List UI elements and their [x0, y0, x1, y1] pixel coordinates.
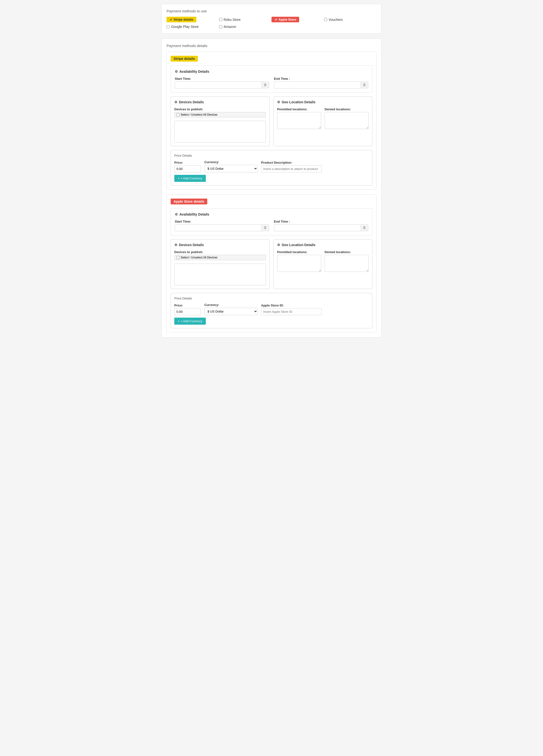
stripe-price-group: Price:: [174, 161, 201, 172]
stripe-devices-label: Devices to publish:: [174, 107, 266, 111]
google-checkbox[interactable]: [167, 25, 170, 28]
apple-end-time-label: End Time :: [274, 220, 368, 223]
apple-currency-group: Currency: $ US Dollar: [204, 303, 258, 315]
payment-methods-section: Payment methods to use Stripe details Ro…: [161, 4, 382, 34]
amazon-label: Amazon: [224, 25, 236, 29]
apple-price-group: Price:: [174, 304, 201, 315]
stripe-currency-label: Currency:: [204, 160, 258, 164]
stripe-devices-group: Devices to publish: Select / Unselect Al…: [174, 107, 266, 143]
apple-select-all-checkbox[interactable]: [176, 256, 180, 259]
stripe-end-calendar-btn[interactable]: 🗓: [361, 82, 368, 88]
stripe-checkbox[interactable]: [169, 18, 173, 21]
gear-icon-apple-dev: ⚙: [174, 243, 177, 247]
apple-price-section: Price Details Price: Currency: $ US Doll…: [171, 293, 372, 328]
payment-details-title: Payment methods details: [167, 44, 376, 48]
apple-permitted-textarea[interactable]: [277, 255, 321, 272]
stripe-method-item: Stripe details: [167, 17, 219, 22]
stripe-devices-list: [174, 121, 266, 143]
apple-devices-geo-row: ⚙ Devices Details Devices to publish: Se…: [171, 239, 372, 289]
stripe-permitted-label: Permitted locations:: [277, 107, 321, 111]
vouchers-checkbox[interactable]: [324, 18, 327, 21]
stripe-price-input[interactable]: [174, 165, 201, 172]
stripe-availability-title: ⚙ Availability Details: [175, 70, 368, 73]
apple-details-badge: Apple Store details: [171, 199, 207, 204]
stripe-geo-boxes: Permitted locations: Denied locations:: [277, 107, 369, 130]
vouchers-label: Vouchers: [329, 18, 343, 22]
stripe-badge[interactable]: Stripe details: [167, 17, 196, 22]
stripe-geo-section: ⚙ Geo Location Details Permitted locatio…: [273, 97, 372, 146]
stripe-add-currency-btn[interactable]: + + Add Currency: [174, 175, 206, 182]
stripe-permitted-textarea[interactable]: [277, 112, 321, 129]
apple-currency-label: Currency:: [204, 303, 258, 307]
apple-devices-list: [174, 264, 266, 285]
stripe-start-time-label: Start Time:: [175, 77, 269, 80]
stripe-price-label: Price:: [174, 161, 201, 164]
apple-store-id-input[interactable]: [261, 308, 322, 315]
apple-denied-label: Denied locations:: [325, 250, 369, 254]
stripe-end-time-group: End Time : 🗓: [274, 77, 368, 88]
gear-icon-apple-avail: ⚙: [175, 212, 178, 216]
stripe-denied-label: Denied locations:: [325, 107, 369, 111]
apple-start-calendar-btn[interactable]: 🗓: [262, 225, 269, 231]
stripe-select-all-btn[interactable]: Select / Unselect All Devices: [174, 112, 266, 117]
stripe-price-row: Price: Currency: $ US Dollar Product Des…: [174, 160, 369, 172]
stripe-start-time-group: Start Time: 🗓: [175, 77, 269, 88]
gear-icon-stripe-geo: ⚙: [277, 100, 280, 104]
stripe-description-input[interactable]: [261, 165, 322, 172]
stripe-price-section: Price Details Price: Currency: $ US Doll…: [171, 150, 372, 185]
apple-devices-title: ⚙ Devices Details: [174, 243, 266, 247]
apple-start-time-input[interactable]: [175, 224, 262, 231]
stripe-denied-group: Denied locations:: [325, 107, 369, 130]
gear-icon-stripe-avail: ⚙: [175, 70, 178, 73]
stripe-details-container: Stripe details ⚙ Availability Details St…: [167, 52, 376, 190]
apple-availability-section: ⚙ Availability Details Start Time: 🗓 End…: [171, 208, 372, 235]
apple-store-id-group: Apple Store ID:: [261, 304, 322, 315]
apple-price-label: Price:: [174, 304, 201, 307]
apple-details-container: Apple Store details ⚙ Availability Detai…: [167, 194, 376, 332]
apple-denied-group: Denied locations:: [325, 250, 369, 273]
apple-badge[interactable]: Apple Store: [271, 17, 299, 22]
apple-end-calendar-btn[interactable]: 🗓: [361, 225, 368, 231]
stripe-price-title: Price Details: [174, 154, 369, 157]
apple-denied-textarea[interactable]: [325, 255, 369, 272]
apple-devices-label: Devices to publish:: [174, 250, 266, 254]
apple-checkbox[interactable]: [274, 18, 278, 21]
apple-permitted-label: Permitted locations:: [277, 250, 321, 254]
stripe-description-label: Product Description:: [261, 161, 322, 164]
stripe-currency-select[interactable]: $ US Dollar: [204, 165, 258, 172]
stripe-start-calendar-btn[interactable]: 🗓: [262, 82, 269, 88]
apple-time-row: Start Time: 🗓 End Time : 🗓: [175, 220, 368, 231]
roku-label: Roku Store: [224, 18, 241, 22]
stripe-start-time-input-wrap: 🗓: [175, 81, 269, 88]
stripe-start-time-input[interactable]: [175, 81, 262, 88]
apple-add-currency-plus: +: [178, 319, 180, 323]
roku-checkbox[interactable]: [219, 18, 222, 21]
stripe-denied-textarea[interactable]: [325, 112, 369, 129]
stripe-end-time-input[interactable]: [274, 81, 361, 88]
google-method-item: Google Play Store: [167, 25, 219, 29]
stripe-description-group: Product Description:: [261, 161, 322, 172]
apple-method-item: Apple Store: [271, 17, 324, 22]
stripe-devices-title: ⚙ Devices Details: [174, 100, 266, 104]
apple-end-time-group: End Time : 🗓: [274, 220, 368, 231]
apple-price-input[interactable]: [174, 308, 201, 315]
apple-devices-section: ⚙ Devices Details Devices to publish: Se…: [171, 239, 270, 289]
payment-details-section: Payment methods details Stripe details ⚙…: [161, 39, 382, 338]
apple-price-row: Price: Currency: $ US Dollar Apple Store…: [174, 303, 369, 315]
apple-store-id-label: Apple Store ID:: [261, 304, 322, 307]
stripe-select-all-checkbox[interactable]: [176, 113, 180, 116]
apple-end-time-input-wrap: 🗓: [274, 224, 368, 231]
stripe-details-badge: Stripe details: [171, 56, 198, 62]
amazon-checkbox[interactable]: [219, 25, 222, 28]
apple-select-all-btn[interactable]: Select / Unselect All Devices: [174, 255, 266, 260]
apple-add-currency-btn[interactable]: + + Add Currency: [174, 318, 206, 325]
apple-devices-group: Devices to publish: Select / Unselect Al…: [174, 250, 266, 285]
gear-icon-apple-geo: ⚙: [277, 243, 280, 247]
apple-end-time-input[interactable]: [274, 224, 361, 231]
vouchers-method-item: Vouchers: [324, 17, 377, 22]
apple-currency-select[interactable]: $ US Dollar: [204, 308, 258, 315]
stripe-availability-section: ⚙ Availability Details Start Time: 🗓 End…: [171, 65, 372, 93]
apple-start-time-group: Start Time: 🗓: [175, 220, 269, 231]
stripe-time-row: Start Time: 🗓 End Time : 🗓: [175, 77, 368, 88]
payment-methods-list: Stripe details Roku Store Apple Store Vo…: [167, 17, 376, 29]
